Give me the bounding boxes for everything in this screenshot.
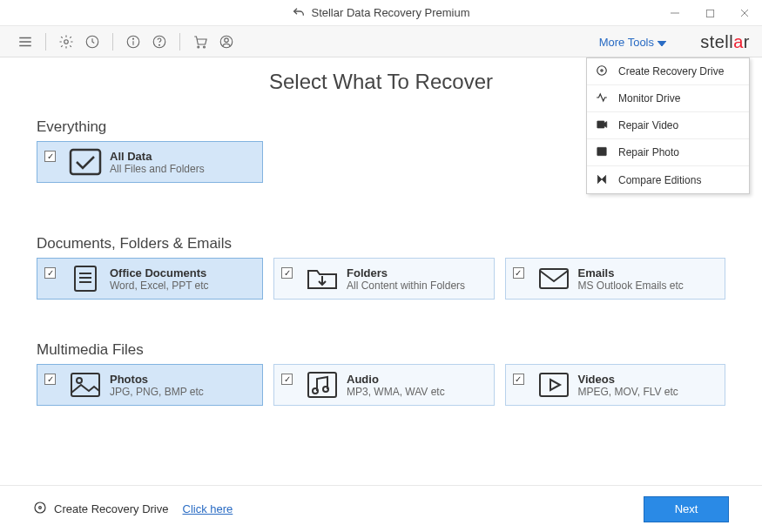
card-text: Photos JPG, PNG, BMP etc — [110, 373, 204, 398]
more-tools-label: More Tools — [599, 36, 654, 49]
card-text: Audio MP3, WMA, WAV etc — [347, 373, 445, 398]
window-controls — [657, 0, 762, 26]
menu-item-label: Monitor Drive — [618, 92, 680, 104]
checkbox[interactable]: ✓ — [281, 267, 293, 279]
svg-marker-24 — [602, 175, 606, 183]
maximize-button[interactable] — [692, 0, 727, 26]
info-icon[interactable] — [125, 34, 141, 50]
checkbox[interactable]: ✓ — [281, 374, 293, 385]
menu-item-repair-photo[interactable]: Repair Photo — [587, 139, 749, 166]
card-audio[interactable]: ✓ Audio MP3, WMA, WAV etc — [273, 364, 495, 406]
card-text: Office Documents Word, Excel, PPT etc — [110, 266, 209, 292]
user-icon[interactable] — [219, 34, 234, 50]
titlebar: Stellar Data Recovery Premium — [0, 0, 762, 26]
minimize-button[interactable] — [657, 0, 692, 26]
svg-rect-37 — [540, 374, 568, 396]
card-sub: MPEG, MOV, FLV etc — [578, 386, 678, 398]
row-media: ✓ Photos JPG, PNG, BMP etc ✓ Audio MP3, … — [37, 364, 725, 406]
footer-label: Create Recovery Drive — [54, 502, 169, 515]
svg-rect-31 — [540, 269, 568, 288]
card-all-data[interactable]: ✓ All Data All Files and Folders — [37, 141, 263, 183]
menu-item-label: Compare Editions — [618, 174, 701, 186]
email-icon — [536, 264, 571, 293]
card-sub: All Content within Folders — [347, 279, 465, 292]
svg-marker-17 — [657, 41, 666, 46]
gear-icon[interactable] — [58, 34, 74, 50]
svg-point-13 — [198, 46, 199, 48]
svg-point-36 — [323, 387, 328, 392]
footer: Create Recovery Drive Click here Next — [0, 485, 762, 532]
card-title: Photos — [110, 373, 204, 386]
card-sub: Word, Excel, PPT etc — [110, 279, 209, 292]
card-emails[interactable]: ✓ Emails MS Outlook Emails etc — [505, 258, 726, 300]
section-title-media: Multimedia Files — [37, 341, 725, 359]
card-title: Folders — [347, 266, 465, 279]
card-photos[interactable]: ✓ Photos JPG, PNG, BMP etc — [37, 364, 263, 406]
repair-photo-icon — [596, 145, 610, 159]
card-title: Office Documents — [110, 266, 209, 279]
svg-point-40 — [39, 507, 42, 509]
card-title: Audio — [347, 373, 445, 386]
card-text: Emails MS Outlook Emails etc — [578, 266, 684, 292]
divider — [45, 33, 46, 51]
checkbox[interactable]: ✓ — [513, 374, 524, 385]
checkbox[interactable]: ✓ — [44, 267, 56, 279]
checkbox[interactable]: ✓ — [44, 151, 56, 162]
card-videos[interactable]: ✓ Videos MPEG, MOV, FLV etc — [505, 364, 726, 406]
svg-rect-32 — [71, 374, 99, 396]
photo-icon — [68, 370, 103, 400]
close-button[interactable] — [727, 0, 762, 26]
checkbox[interactable]: ✓ — [44, 374, 56, 385]
video-icon — [536, 370, 571, 400]
compare-icon — [596, 173, 610, 187]
card-text: Videos MPEG, MOV, FLV etc — [578, 373, 678, 398]
next-button[interactable]: Next — [644, 496, 729, 522]
svg-point-19 — [601, 70, 603, 71]
monitor-drive-icon — [596, 91, 610, 105]
svg-point-35 — [313, 388, 318, 394]
help-icon[interactable] — [152, 34, 167, 50]
chevron-down-icon — [657, 36, 666, 49]
menu-item-label: Repair Photo — [618, 146, 679, 158]
menu-item-monitor-drive[interactable]: Monitor Drive — [587, 85, 749, 112]
history-icon[interactable] — [84, 34, 100, 50]
menu-item-create-recovery-drive[interactable]: Create Recovery Drive — [587, 58, 749, 85]
svg-point-18 — [597, 66, 607, 76]
audio-icon — [305, 370, 340, 400]
checkmark-icon — [68, 147, 103, 177]
footer-link[interactable]: Click here — [183, 502, 233, 515]
undo-icon — [292, 6, 306, 20]
svg-point-39 — [35, 502, 45, 513]
next-label: Next — [675, 502, 698, 515]
window-title: Stellar Data Recovery Premium — [311, 6, 469, 19]
divider — [112, 33, 113, 51]
footer-left: Create Recovery Drive Click here — [33, 501, 233, 517]
toolbar: More Tools stellar — [0, 26, 762, 57]
card-title: Emails — [578, 266, 684, 279]
more-tools-menu: Create Recovery Drive Monitor Drive Repa… — [586, 57, 750, 194]
menu-item-compare-editions[interactable]: Compare Editions — [587, 166, 749, 193]
brand-logo: stellar — [700, 26, 750, 57]
svg-rect-1 — [706, 10, 713, 17]
svg-point-14 — [204, 46, 206, 48]
svg-rect-34 — [308, 373, 336, 397]
card-text: Folders All Content within Folders — [347, 266, 465, 292]
document-icon — [68, 264, 103, 293]
menu-item-repair-video[interactable]: Repair Video — [587, 112, 749, 139]
menu-item-label: Repair Video — [618, 119, 678, 131]
svg-point-12 — [159, 44, 160, 45]
row-docs: ✓ Office Documents Word, Excel, PPT etc … — [37, 258, 725, 300]
checkbox[interactable]: ✓ — [513, 267, 524, 279]
svg-rect-25 — [71, 150, 100, 174]
more-tools-button[interactable]: More Tools — [599, 26, 666, 57]
card-office-documents[interactable]: ✓ Office Documents Word, Excel, PPT etc — [37, 258, 263, 300]
card-sub: MP3, WMA, WAV etc — [347, 386, 445, 398]
recovery-drive-icon — [596, 64, 610, 78]
card-folders[interactable]: ✓ Folders All Content within Folders — [273, 258, 495, 300]
recovery-drive-icon — [33, 501, 47, 517]
cart-icon[interactable] — [192, 34, 208, 50]
repair-video-icon — [596, 118, 610, 132]
svg-marker-38 — [550, 380, 560, 390]
svg-point-7 — [64, 39, 69, 44]
menu-icon[interactable] — [17, 34, 33, 50]
